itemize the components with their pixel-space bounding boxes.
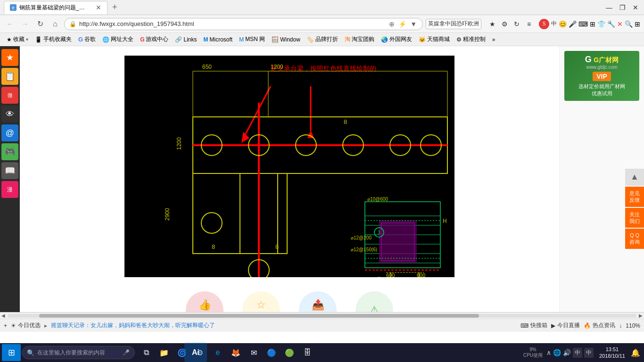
taskbar: ⊞ 🔍 在这里输入你要搜索的内容 🎤 ⧉ 📁 🌀 ⚙ e 🦊 ✉ 🔵 — [0, 343, 644, 362]
taskbar-search[interactable]: 🔍 在这里输入你要搜索的内容 🎤 — [22, 346, 135, 359]
back-to-top-button[interactable]: ▲ — [625, 169, 644, 186]
like-icon: 👍 — [198, 299, 211, 311]
task-view-icon: ⧉ — [144, 348, 149, 357]
scroll-right-button[interactable]: ▶ — [637, 313, 644, 319]
home-button[interactable]: ⌂ — [49, 18, 61, 30]
toolbar-icon-apps[interactable]: ⊞ — [635, 20, 640, 28]
sidebar-icon-note[interactable]: 📋 — [1, 68, 18, 85]
menu-icon[interactable]: ≡ — [524, 19, 534, 29]
follow-button[interactable]: 关注 我们 — [625, 208, 644, 228]
sogou-icon[interactable]: S — [539, 19, 549, 29]
keyboard-lang-button[interactable]: 中 — [573, 348, 582, 358]
tab-close-btn[interactable]: ✕ — [96, 4, 101, 11]
close-button[interactable]: ✕ — [631, 3, 640, 12]
start-button[interactable]: ⊞ — [2, 344, 21, 361]
sidebar-icon-manga[interactable]: 漫 — [1, 181, 18, 198]
sidebar-icon-at[interactable]: @ — [1, 124, 18, 141]
minimize-button[interactable]: — — [604, 3, 614, 12]
news-link[interactable]: 摇篮聊天记录：女儿出嫁，妈妈和爸爸大吵大闹，听完解释暖心了 — [51, 321, 215, 329]
time-display[interactable]: 13:51 2018/10/11 — [595, 346, 629, 360]
firefox-button[interactable]: 🦊 — [227, 344, 244, 361]
toolbar-icon-chat[interactable]: 中 — [551, 20, 557, 28]
hot-info-button[interactable]: 🔥 热点资讯 — [584, 321, 615, 329]
share-button[interactable]: 📤 0 — [299, 291, 337, 312]
ad-banner[interactable]: G G广材网 www.gldjc.com VIP 选材定价就用广材网 优惠试用 — [564, 51, 639, 101]
bookmark-games[interactable]: G 游戏中心 — [137, 34, 171, 44]
kuaishu-box[interactable]: ⌨ 快搜箱 — [520, 321, 547, 329]
add-tab-button[interactable]: + — [4, 322, 7, 329]
back-button[interactable]: ← — [4, 18, 16, 30]
feedback-button[interactable]: 意见 反馈 — [625, 187, 644, 207]
report-button[interactable]: ⚠ — [355, 291, 393, 312]
bookmark-foreign[interactable]: 🌏 外国网友 — [378, 34, 415, 44]
bookmark-taobao[interactable]: 淘 淘宝团购 — [342, 34, 377, 44]
bookmark-google[interactable]: G 谷歌 — [75, 34, 99, 44]
search-box[interactable]: 英媒拿中国恐吓欧洲 — [426, 19, 481, 29]
file-explorer-button[interactable]: 📁 — [156, 344, 173, 361]
today-selection[interactable]: ☀ 今日优选 — [11, 321, 41, 329]
bookmark-more[interactable]: » — [489, 35, 498, 44]
star-button[interactable]: ☆ 0 — [242, 291, 280, 312]
ai-button[interactable]: Ai — [184, 343, 207, 362]
mail-button[interactable]: ✉ — [245, 344, 262, 361]
discount-icon: 🏷️ — [307, 36, 314, 43]
bookmark-tmall[interactable]: 🐱 天猫商城 — [416, 34, 453, 44]
dropdown-icon[interactable]: ▼ — [409, 19, 418, 29]
ime-button[interactable]: 中 — [584, 348, 594, 358]
live-button[interactable]: ▶ 今日直播 — [551, 321, 580, 329]
toolbar-icon-search[interactable]: 🔍 — [625, 20, 633, 28]
lightning-icon[interactable]: ⚡ — [397, 19, 407, 29]
favorites-icon: ★ — [7, 36, 12, 43]
bookmark-discount[interactable]: 🏷️ 品牌打折 — [304, 34, 341, 44]
address-input-wrap[interactable]: 🔒 ⊕ ⚡ ▼ — [64, 18, 423, 30]
lianxun-button[interactable]: 🟢 — [281, 344, 298, 361]
bookmark-star-icon[interactable]: ★ — [487, 19, 497, 29]
address-input[interactable] — [79, 20, 385, 27]
hot-icon: 🔥 — [584, 322, 591, 329]
restore-button[interactable]: ❐ — [618, 3, 627, 12]
volume-icon[interactable]: 🔊 — [563, 349, 571, 356]
toolbar-icon-shirt[interactable]: 👕 — [597, 20, 605, 28]
games-icon: G — [140, 36, 144, 43]
horizontal-scrollbar[interactable]: ◀ ▶ — [0, 312, 644, 319]
toolbar-icon-mic[interactable]: 🎤 — [569, 20, 577, 28]
task-view-button[interactable]: ⧉ — [138, 344, 155, 361]
network-icon[interactable]: 🌐 — [553, 349, 561, 356]
toolbar-icon-wrench[interactable]: 🔧 — [607, 20, 615, 28]
refresh-button[interactable]: ↻ — [34, 18, 46, 30]
notification-button[interactable]: 🔔 — [631, 348, 640, 357]
tray-expand-button[interactable]: ∧ — [546, 349, 551, 356]
bookmark-links[interactable]: 🔗 Links — [172, 35, 199, 44]
scroll-thumb[interactable] — [39, 314, 479, 318]
sidebar-icon-weibo[interactable]: 微 — [1, 87, 18, 104]
bookmark-favorites[interactable]: ★ 收藏 ▾ — [4, 34, 31, 44]
toolbar-icon-close-red[interactable]: ✕ — [617, 20, 623, 28]
toolbar-icon-emoji[interactable]: 😊 — [559, 20, 567, 28]
new-tab-button[interactable]: + — [109, 2, 120, 12]
vip-badge: VIP — [593, 72, 611, 81]
active-tab[interactable]: e 钢筋算量基础梁的问题_广联达服 ✕ — [4, 1, 107, 14]
sidebar-icon-star[interactable]: ★ — [1, 49, 18, 66]
bookmark-precise[interactable]: ⚙ 精准控制 — [454, 34, 488, 44]
files-button[interactable]: 🗄 — [299, 344, 316, 361]
toolbar-icon-grid[interactable]: ⊞ — [590, 20, 595, 28]
bookmark-window[interactable]: 🪟 Window — [269, 35, 303, 44]
sogou-browser-button[interactable]: 🔵 — [263, 344, 280, 361]
settings-icon[interactable]: ⚙ — [499, 19, 510, 29]
sidebar-icon-eye[interactable]: 👁 — [1, 106, 18, 123]
like-button[interactable]: 👍 0 — [186, 291, 223, 312]
bookmark-msn[interactable]: M MSN 网 — [236, 34, 268, 44]
edge-button[interactable]: e — [209, 344, 226, 361]
qq-consult-button[interactable]: Q Q 咨询 — [625, 229, 644, 249]
scroll-left-button[interactable]: ◀ — [0, 313, 7, 319]
bookmark-sites[interactable]: 🌐 网址大全 — [99, 34, 136, 44]
refresh-icon[interactable]: ↻ — [512, 19, 522, 29]
mic-icon[interactable]: 🎤 — [123, 349, 130, 356]
toolbar-icon-keyboard[interactable]: ⌨ — [578, 20, 588, 28]
sidebar-icon-book[interactable]: 📖 — [1, 162, 18, 179]
bookmark-mobile[interactable]: 📱 手机收藏夹 — [32, 34, 74, 44]
sidebar-icon-game[interactable]: 🎮 — [1, 143, 18, 160]
forward-button[interactable]: → — [19, 18, 31, 30]
share-icon[interactable]: ⊕ — [388, 19, 396, 29]
bookmark-microsoft[interactable]: M Microsoft — [200, 35, 235, 44]
